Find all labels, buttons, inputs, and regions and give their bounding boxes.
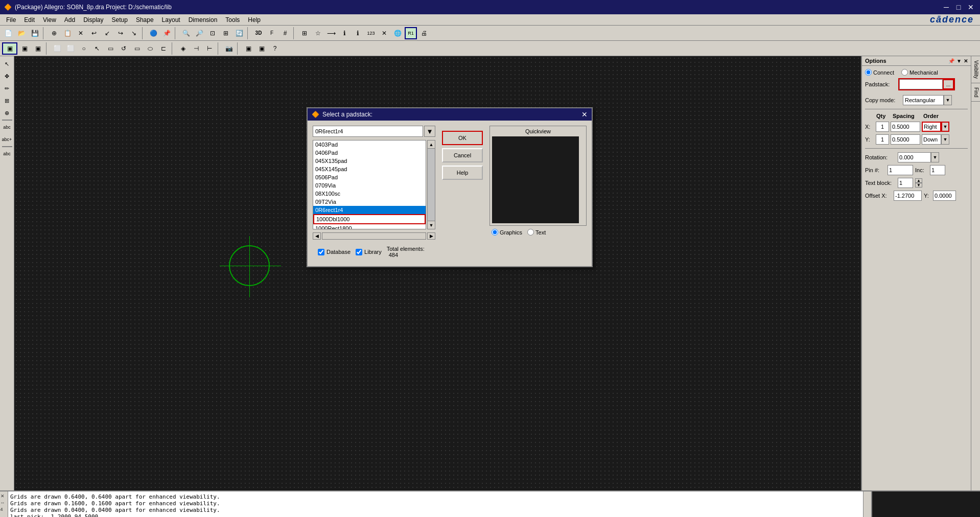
console-scrollbar[interactable] (863, 491, 871, 517)
lt-arrow[interactable]: ↖ (2, 58, 13, 69)
zoom2-btn[interactable]: ⊞ (220, 27, 232, 39)
lt-zoom[interactable]: ⊕ (2, 107, 13, 119)
camera-btn[interactable]: 📷 (223, 42, 235, 55)
maximize-btn[interactable]: □ (953, 2, 964, 12)
frame2-btn[interactable]: ⬜ (64, 42, 77, 55)
align1-btn[interactable]: ⊣ (190, 42, 202, 55)
options-close-icon[interactable]: ✕ (964, 58, 968, 64)
copy-btn[interactable]: 📋 (61, 27, 74, 39)
offset-x-input[interactable] (894, 191, 922, 201)
layer4-btn[interactable]: ▣ (242, 42, 254, 55)
help2-btn[interactable]: ? (269, 42, 281, 55)
lt-measure[interactable]: ⊞ (2, 95, 13, 106)
align2-btn[interactable]: ⊢ (203, 42, 216, 55)
dialog-close-btn[interactable]: ✕ (581, 110, 588, 119)
zoom3-btn[interactable]: 🔄 (233, 27, 245, 39)
listbox-scrollbar[interactable]: ▲ ▼ (427, 140, 435, 229)
scroll-up-btn[interactable]: ▲ (428, 140, 435, 149)
x-qty-input[interactable] (876, 122, 889, 132)
delete-btn[interactable]: ✕ (75, 27, 87, 39)
scroll-down-btn[interactable]: ▼ (428, 221, 435, 229)
open-btn[interactable]: 📂 (15, 27, 28, 39)
console-x-btn[interactable]: ✕ (1, 494, 8, 499)
text-block-input[interactable] (898, 178, 913, 188)
menu-help[interactable]: Help (244, 15, 265, 25)
padstack-browse-btn[interactable]: ... (943, 79, 954, 89)
database-check[interactable]: Database (318, 249, 351, 255)
pin-btn[interactable]: 📌 (160, 27, 173, 39)
lt-addtext[interactable]: abc+ (2, 134, 13, 145)
minimize-btn[interactable]: ─ (941, 2, 951, 12)
layer5-btn[interactable]: ▣ (255, 42, 268, 55)
menu-file[interactable]: File (2, 15, 20, 25)
text-radio-label[interactable]: Text (527, 229, 546, 236)
pin-num-input[interactable] (888, 165, 913, 175)
x-order-input[interactable] (922, 122, 941, 132)
redo2-btn[interactable]: ↘ (128, 27, 140, 39)
y-order-input[interactable] (922, 134, 941, 145)
tab-find[interactable]: Find (971, 83, 980, 102)
list-item-0403Pad[interactable]: 0403Pad (313, 140, 426, 149)
x-order-select[interactable]: ▼ (922, 122, 949, 132)
menu-layout[interactable]: Layout (158, 15, 184, 25)
lt-edit[interactable]: ✏ (2, 83, 13, 94)
padstack-listbox[interactable]: 0403Pad 0406Pad 045X135pad 045X145pad 05… (313, 140, 426, 229)
highlight-btn[interactable]: ☆ (312, 27, 324, 39)
menu-display[interactable]: Display (79, 15, 107, 25)
y-spacing-input[interactable] (891, 134, 920, 145)
lt-move[interactable]: ✥ (2, 70, 13, 82)
rotation-arrow[interactable]: ▼ (931, 152, 939, 162)
y-order-arrow[interactable]: ▼ (941, 134, 949, 145)
info-btn[interactable]: ℹ (338, 27, 351, 39)
graphics-radio[interactable] (492, 229, 498, 236)
list-item-045X135pad[interactable]: 045X135pad (313, 157, 426, 165)
titlebar-controls[interactable]: ─ □ ✕ (941, 2, 976, 12)
rotation-select[interactable]: ▼ (898, 152, 939, 162)
globe-btn[interactable]: 🌐 (391, 27, 404, 39)
zoom-in-btn[interactable]: 🔍 (180, 27, 192, 39)
console-arrow-btn[interactable]: ↔ (1, 500, 8, 505)
list-item-1000Dbl1000[interactable]: 1000Dbl1000 (313, 214, 426, 224)
graphics-radio-label[interactable]: Graphics (492, 229, 522, 236)
tab-visibility[interactable]: Visibility (971, 56, 980, 83)
undo2-btn[interactable]: ↙ (101, 27, 113, 39)
database-checkbox[interactable] (318, 249, 324, 255)
circle-btn[interactable]: ○ (78, 42, 90, 55)
oval-btn[interactable]: ⬭ (144, 42, 156, 55)
rect-btn[interactable]: ▭ (104, 42, 116, 55)
select-btn[interactable]: ↖ (91, 42, 103, 55)
padstack-search-input[interactable] (313, 126, 423, 137)
connect-radio[interactable] (865, 69, 872, 76)
offset-y-input[interactable] (933, 191, 956, 201)
menu-view[interactable]: View (39, 15, 60, 25)
help-button[interactable]: Help (442, 166, 483, 180)
horiz-right-btn[interactable]: ▶ (427, 232, 435, 240)
list-item-045X145pad[interactable]: 045X145pad (313, 165, 426, 173)
padstack-combo-btn[interactable]: ▼ (424, 126, 435, 137)
list-item-0709Via[interactable]: 0709Via (313, 181, 426, 190)
y-order-select[interactable]: ▼ (922, 134, 949, 145)
spin-up[interactable]: ▲ (915, 178, 922, 183)
copy-mode-input[interactable] (903, 95, 944, 105)
poly-btn[interactable]: ↺ (118, 42, 130, 55)
menu-shape[interactable]: Shape (132, 15, 158, 25)
inc-input[interactable] (930, 165, 945, 175)
flip-btn[interactable]: F (266, 27, 278, 39)
list-item-0406Pad[interactable]: 0406Pad (313, 149, 426, 157)
library-check[interactable]: Library (356, 249, 382, 255)
menu-edit[interactable]: Edit (20, 15, 39, 25)
cancel-button[interactable]: Cancel (442, 148, 483, 162)
ok-button[interactable]: OK (442, 131, 483, 145)
text-radio[interactable] (527, 229, 534, 236)
path-btn[interactable]: ⊏ (157, 42, 170, 55)
spin-down[interactable]: ▼ (915, 183, 922, 187)
zoom-fit-btn[interactable]: ⊡ (206, 27, 219, 39)
save-btn[interactable]: 💾 (29, 27, 41, 39)
copy-mode-arrow[interactable]: ▼ (944, 95, 952, 105)
text-block-spinner[interactable]: ▲ ▼ (915, 178, 922, 187)
rect2-btn[interactable]: ▭ (131, 42, 143, 55)
rats-btn[interactable]: ⟶ (325, 27, 337, 39)
x-order-arrow[interactable]: ▼ (941, 122, 949, 132)
horiz-scrollbar[interactable] (322, 232, 426, 240)
print-btn[interactable]: 🖨 (418, 27, 430, 39)
